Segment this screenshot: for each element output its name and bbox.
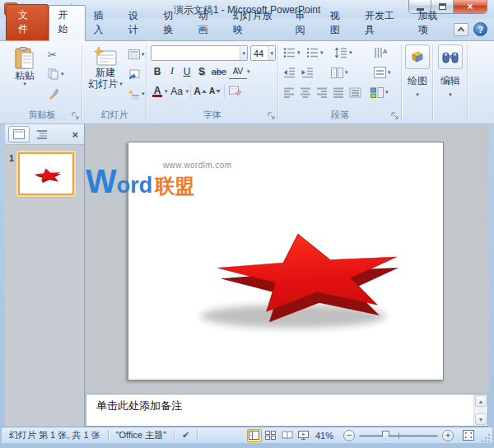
new-slide-button[interactable]: 新建 幻灯片▾: [86, 44, 124, 90]
tab-developer[interactable]: 开发工具: [357, 7, 410, 40]
line-spacing-button[interactable]: ▾: [333, 44, 354, 61]
notes-pane[interactable]: 单击此处添加备注 ▲ ▼: [86, 394, 488, 427]
columns-dropdown-icon[interactable]: ▾: [345, 70, 348, 75]
shrink-font-button[interactable]: A: [207, 83, 222, 99]
italic-button[interactable]: I: [165, 63, 179, 79]
format-painter-button[interactable]: [46, 86, 61, 102]
close-button[interactable]: ×: [454, 0, 487, 13]
clear-formatting-button[interactable]: [226, 83, 245, 99]
tab-insert[interactable]: 插入: [86, 7, 120, 40]
font-size-dropdown-icon[interactable]: ▾: [268, 46, 275, 60]
slide-thumbnail[interactable]: [18, 152, 74, 195]
zoom-slider-thumb[interactable]: [382, 431, 389, 441]
tab-outline[interactable]: [31, 126, 53, 142]
numbering-dropdown-icon[interactable]: ▾: [320, 50, 324, 55]
tab-file[interactable]: 文件: [6, 4, 49, 40]
paste-dropdown-icon[interactable]: ▾: [23, 82, 26, 86]
change-case-button[interactable]: Aa: [168, 83, 186, 99]
editing-button[interactable]: 编辑 ▾: [436, 44, 464, 97]
text-shadow-button[interactable]: S: [194, 63, 209, 79]
slideshow-view-button[interactable]: [296, 429, 311, 442]
slide-canvas[interactable]: [128, 142, 444, 380]
font-size-combobox[interactable]: 44 ▾: [250, 45, 276, 61]
decrease-indent-button[interactable]: [282, 64, 297, 81]
tab-review[interactable]: 审阅: [287, 7, 321, 40]
increase-indent-button[interactable]: [300, 64, 315, 81]
line-spacing-dropdown-icon[interactable]: ▾: [349, 50, 352, 55]
editing-dropdown-icon: ▾: [449, 92, 452, 97]
slide-sorter-view-button[interactable]: [263, 429, 278, 442]
tab-animations[interactable]: 动画: [189, 7, 224, 40]
character-spacing-dropdown-icon[interactable]: ▾: [247, 69, 250, 74]
bold-button[interactable]: B: [150, 63, 165, 79]
text-direction-button[interactable]: A: [372, 44, 389, 61]
tab-home[interactable]: 开始: [49, 5, 85, 41]
font-name-dropdown-icon[interactable]: ▾: [240, 46, 247, 60]
align-text-button[interactable]: ▾: [372, 64, 393, 81]
character-spacing-button[interactable]: AV: [229, 63, 247, 79]
grow-font-button[interactable]: A: [193, 83, 207, 99]
copy-icon: [48, 68, 59, 80]
reading-view-button[interactable]: [280, 429, 295, 442]
notes-placeholder[interactable]: 单击此处添加备注: [86, 394, 487, 413]
slide-counter[interactable]: 幻灯片 第 1 张, 共 1 张: [2, 429, 108, 441]
close-icon: ×: [72, 128, 78, 141]
distribute-button[interactable]: [347, 84, 363, 100]
copy-button[interactable]: ▾: [46, 66, 66, 82]
fit-to-window-icon: [463, 430, 474, 441]
outline-tab-icon: [36, 129, 48, 139]
scissors-icon: ✂: [48, 49, 57, 61]
slide-number: 1: [5, 152, 18, 195]
close-panel-button[interactable]: ×: [69, 128, 81, 141]
paste-button[interactable]: 粘贴 ▾: [8, 44, 41, 86]
tab-slideshow[interactable]: 幻灯片放映: [225, 7, 287, 40]
align-text-dropdown-icon[interactable]: ▾: [388, 70, 391, 75]
tab-design[interactable]: 设计: [120, 7, 155, 40]
scroll-down-button[interactable]: ▼: [475, 413, 487, 425]
columns-button[interactable]: ▾: [329, 64, 350, 81]
numbering-button[interactable]: ▾: [305, 44, 325, 61]
zoom-slider[interactable]: [359, 431, 438, 441]
slide-sorter-icon: [265, 431, 276, 440]
smartart-dropdown-icon[interactable]: ▾: [385, 90, 389, 95]
strikethrough-button[interactable]: abe: [209, 63, 229, 79]
change-case-dropdown-icon[interactable]: ▾: [186, 89, 189, 94]
cut-button[interactable]: ✂: [46, 46, 58, 63]
drawing-button[interactable]: 绘图 ▾: [403, 44, 431, 97]
minimize-ribbon-button[interactable]: [454, 23, 468, 36]
font-dialog-launcher[interactable]: [268, 112, 276, 120]
align-left-button[interactable]: [282, 84, 296, 100]
resize-grip[interactable]: [481, 433, 491, 443]
align-center-button[interactable]: [298, 84, 313, 100]
bullets-dropdown-icon[interactable]: ▾: [297, 50, 301, 55]
help-button[interactable]: ?: [473, 22, 487, 36]
zoom-in-button[interactable]: +: [442, 430, 454, 441]
font-name-combobox[interactable]: ▾: [151, 45, 248, 61]
clipboard-dialog-launcher[interactable]: [72, 112, 80, 120]
tab-transitions[interactable]: 切换: [155, 7, 189, 40]
scroll-up-button[interactable]: ▲: [475, 395, 487, 407]
theme-name[interactable]: "Office 主题": [109, 429, 174, 441]
copy-dropdown-icon[interactable]: ▾: [61, 72, 64, 77]
normal-view-button[interactable]: [247, 429, 262, 442]
slide-layout-button[interactable]: ▾: [127, 46, 147, 63]
spell-check-button[interactable]: ✔: [175, 430, 197, 441]
reset-slide-button[interactable]: [127, 66, 142, 82]
underline-button[interactable]: U: [179, 63, 194, 79]
section-button[interactable]: ▾: [127, 86, 147, 102]
paragraph-dialog-launcher[interactable]: [391, 112, 399, 120]
zoom-level[interactable]: 41%: [311, 431, 338, 441]
fit-to-window-button[interactable]: [459, 430, 478, 441]
zoom-out-button[interactable]: −: [343, 430, 355, 441]
bullets-button[interactable]: ▾: [282, 44, 302, 61]
reset-slide-icon: [128, 69, 140, 80]
red-star-shape[interactable]: [188, 205, 435, 345]
justify-button[interactable]: [331, 84, 346, 100]
font-color-button[interactable]: A: [150, 83, 165, 99]
tab-view[interactable]: 视图: [322, 7, 357, 40]
notes-scrollbar[interactable]: ▲ ▼: [473, 394, 487, 426]
tab-addins[interactable]: 加载项: [410, 7, 454, 40]
tab-slides-thumbnails[interactable]: [8, 126, 30, 142]
align-right-button[interactable]: [315, 84, 329, 100]
convert-smartart-button[interactable]: ▾: [369, 84, 390, 100]
